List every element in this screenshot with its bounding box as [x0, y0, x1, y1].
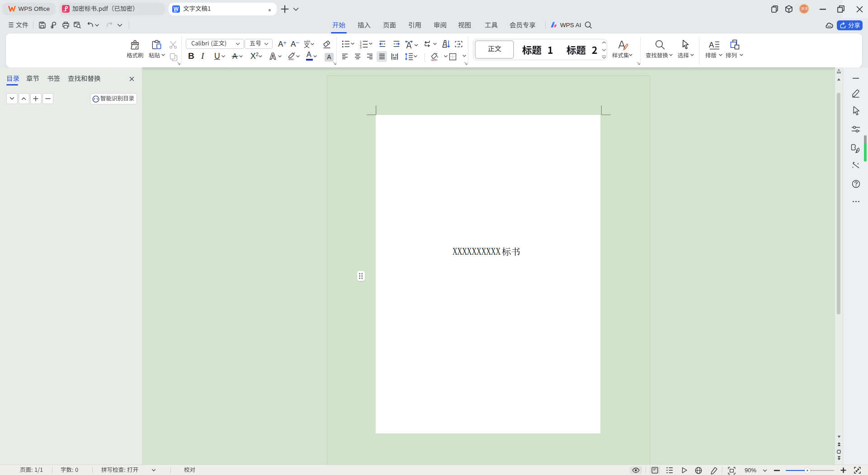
svg-text:A: A [709, 41, 714, 49]
svg-text:3: 3 [360, 46, 362, 49]
